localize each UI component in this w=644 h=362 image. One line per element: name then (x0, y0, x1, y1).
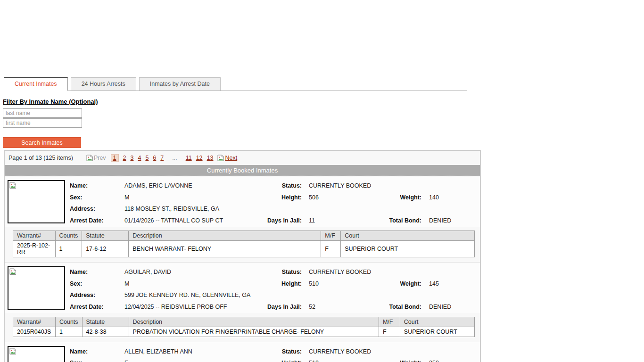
height-value: 510 (302, 278, 381, 290)
pager-summary: Page 1 of 13 (125 items) (8, 155, 73, 161)
inmate-record: Name: AGUILAR, DAVID Status: CURRENTLY B… (5, 263, 480, 313)
description-col-header: Description (129, 230, 321, 240)
sex-label: Sex: (70, 192, 124, 204)
weight-label: Weight: (381, 357, 421, 362)
total-bond-value: DENIED (421, 215, 475, 227)
mf-col-header: M/F (379, 317, 400, 327)
height-label: Height: (256, 278, 302, 290)
warrant-statute: 42-8-38 (82, 327, 129, 337)
days-in-jail-label: Days In Jail: (256, 215, 302, 227)
pager-next-label: Next (225, 155, 237, 161)
warrant-col-header: Warrant# (13, 317, 56, 327)
arrest-date-value: 12/04/2025 -- REIDSVILLE PROB OFF (124, 301, 256, 313)
search-inmates-button[interactable]: Search Inmates (3, 137, 81, 148)
pager-page-5[interactable]: 5 (145, 155, 149, 161)
description-col-header: Description (129, 317, 379, 327)
address-label: Address: (70, 203, 124, 215)
warrant-description: BENCH WARRANT- FELONY (129, 240, 321, 257)
name-value: AGUILAR, DAVID (124, 266, 256, 278)
inmate-roster-page: Current Inmates 24 Hours Arrests Inmates… (0, 77, 481, 362)
tab-current-inmates[interactable]: Current Inmates (4, 77, 68, 91)
status-value: CURRENTLY BOOKED (302, 346, 381, 358)
warrant-row: 2015R040JS 1 42-8-38 PROBATION VIOLATION… (13, 327, 475, 337)
tab-strip: Current Inmates 24 Hours Arrests Inmates… (4, 77, 467, 91)
pager-prev-button[interactable]: Prev (86, 155, 106, 162)
broken-image-icon (86, 155, 93, 162)
arrest-date-label: Arrest Date: (70, 215, 124, 227)
pager-page-13[interactable]: 13 (207, 155, 214, 161)
days-in-jail-value: 11 (302, 215, 381, 227)
pager-next-button[interactable]: Next (217, 155, 237, 162)
sex-value: F (124, 357, 256, 362)
mf-col-header: M/F (321, 230, 341, 240)
warrant-description: PROBATION VIOLATION FOR FINGERPRINTABLE … (129, 327, 379, 337)
inmate-photo (8, 266, 65, 310)
pager-page-6[interactable]: 6 (153, 155, 156, 161)
total-bond-value: DENIED (421, 301, 475, 313)
pager-page-12[interactable]: 12 (196, 155, 203, 161)
pager-page-3[interactable]: 3 (131, 155, 134, 161)
status-value: CURRENTLY BOOKED (302, 180, 381, 192)
address-value: 599 JOE KENNEDY RD. NE, GLENNVILLE, GA (124, 289, 256, 301)
height-value: 510 (302, 357, 381, 362)
name-value: ADAMS, ERIC LAVONNE (124, 180, 256, 192)
warrant-col-header: Warrant# (13, 230, 56, 240)
sex-label: Sex: (70, 278, 124, 290)
pager-page-1[interactable]: 1 (111, 154, 119, 162)
weight-value: 145 (421, 278, 475, 290)
counts-col-header: Counts (55, 317, 82, 327)
pager: Page 1 of 13 (125 items) Prev 1 2 3 4 5 … (5, 151, 480, 165)
tab-24-hours-arrests[interactable]: 24 Hours Arrests (71, 77, 136, 90)
name-value: ALLEN, ELIZABETH ANN (124, 346, 256, 358)
address-value: 118 MOSLEY ST., REIDSVILLE, GA (124, 203, 256, 215)
first-name-input[interactable] (3, 118, 82, 128)
tab-inmates-by-arrest-date[interactable]: Inmates by Arrest Date (139, 77, 221, 90)
court-col-header: Court (400, 317, 474, 327)
warrant-table: Warrant# Counts Statute Description M/F … (13, 317, 475, 337)
total-bond-label: Total Bond: (381, 301, 421, 313)
name-label: Name: (70, 266, 124, 278)
status-label: Status: (256, 266, 302, 278)
broken-image-icon (9, 268, 17, 275)
name-label: Name: (70, 180, 124, 192)
warrant-counts: 1 (55, 240, 82, 257)
warrant-statute: 17-6-12 (82, 240, 129, 257)
inmate-record: Name: ADAMS, ERIC LAVONNE Status: CURREN… (5, 176, 480, 227)
days-in-jail-value: 52 (302, 301, 381, 313)
inmate-photo (8, 346, 65, 362)
arrest-date-value: 01/14/2026 -- TATTNALL CO SUP CT (124, 215, 256, 227)
warrant-mf: F (321, 240, 341, 257)
warrant-mf: F (379, 327, 400, 337)
warrant-court: SUPERIOR COURT (400, 327, 474, 337)
warrant-court: SUPERIOR COURT (341, 240, 475, 257)
grid-title: Currently Booked Inmates (5, 165, 480, 176)
court-col-header: Court (341, 230, 475, 240)
broken-image-icon (9, 182, 17, 189)
total-bond-label: Total Bond: (381, 215, 421, 227)
warrant-number: 2015R040JS (13, 327, 56, 337)
warrant-table: Warrant# Counts Statute Description M/F … (13, 230, 475, 257)
weight-value: 350 (421, 357, 475, 362)
status-label: Status: (256, 346, 302, 358)
pager-page-7[interactable]: 7 (160, 155, 164, 161)
weight-label: Weight: (381, 192, 421, 204)
sex-value: M (124, 278, 256, 290)
height-label: Height: (256, 357, 302, 362)
pager-page-4[interactable]: 4 (138, 155, 141, 161)
pager-prev-label: Prev (94, 155, 106, 161)
warrant-counts: 1 (55, 327, 82, 337)
sex-value: M (124, 192, 256, 204)
broken-image-icon (9, 348, 17, 355)
status-value: CURRENTLY BOOKED (302, 266, 381, 278)
address-label: Address: (70, 289, 124, 301)
warrant-header-row: Warrant# Counts Statute Description M/F … (13, 230, 475, 240)
days-in-jail-label: Days In Jail: (256, 301, 302, 313)
sex-label: Sex: (70, 357, 124, 362)
statute-col-header: Statute (82, 230, 129, 240)
last-name-input[interactable] (3, 108, 82, 118)
warrant-header-row: Warrant# Counts Statute Description M/F … (13, 317, 475, 327)
pager-page-2[interactable]: 2 (123, 155, 126, 161)
weight-label: Weight: (381, 278, 421, 290)
height-value: 506 (302, 192, 381, 204)
pager-page-11[interactable]: 11 (186, 155, 192, 161)
